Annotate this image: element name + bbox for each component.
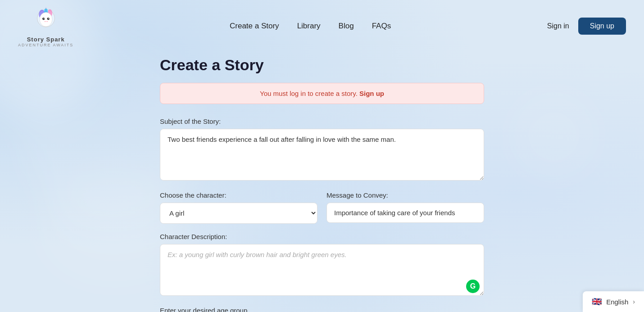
character-section: Choose the character: A girl A boy A chi… [160, 191, 317, 224]
logo-icon [30, 5, 62, 36]
nav-actions: Sign in Sign up [547, 18, 626, 35]
subject-textarea[interactable]: Two best friends experience a fall out a… [160, 129, 484, 181]
grammarly-icon: G [470, 282, 476, 290]
svg-point-5 [40, 13, 52, 27]
nav-faqs[interactable]: FAQs [372, 22, 391, 31]
subject-label: Subject of the Story: [160, 118, 484, 125]
age-group-section: Enter your desired age group. [160, 307, 484, 312]
character-select[interactable]: A girl A boy A child An adult [160, 203, 317, 224]
svg-point-11 [46, 21, 48, 22]
subject-section: Subject of the Story: Two best friends e… [160, 118, 484, 191]
language-bar[interactable]: 🇬🇧 English › [583, 291, 644, 312]
nav-library[interactable]: Library [297, 22, 321, 31]
svg-point-7 [47, 18, 49, 20]
logo[interactable]: Story Spark ADVENTURE AWAITS [18, 5, 73, 47]
character-label: Choose the character: [160, 191, 317, 199]
alert-text: You must log in to create a story. [260, 90, 358, 97]
nav-links: Create a Story Library Blog FAQs [230, 22, 391, 31]
char-desc-textarea[interactable] [160, 244, 484, 296]
char-desc-section: Character Description: G [160, 233, 484, 298]
age-group-label: Enter your desired age group. [160, 307, 249, 312]
message-section: Message to Convey: [327, 191, 484, 224]
brand-name: Story Spark [27, 36, 65, 43]
character-message-row: Choose the character: A girl A boy A chi… [160, 191, 484, 224]
char-desc-label: Character Description: [160, 233, 484, 240]
message-label: Message to Convey: [327, 191, 484, 199]
sign-up-button[interactable]: Sign up [578, 18, 626, 35]
navbar: Story Spark ADVENTURE AWAITS Create a St… [0, 0, 644, 52]
nav-create-story[interactable]: Create a Story [230, 22, 279, 31]
svg-point-8 [43, 18, 44, 19]
main-content: Create a Story You must log in to create… [151, 52, 493, 312]
chevron-right-icon: › [633, 298, 635, 305]
flag-icon: 🇬🇧 [592, 297, 602, 307]
grammarly-button[interactable]: G [466, 280, 480, 293]
page-title: Create a Story [160, 56, 484, 74]
message-input[interactable] [327, 203, 484, 223]
sign-in-button[interactable]: Sign in [547, 22, 569, 30]
svg-point-6 [42, 18, 45, 20]
svg-point-9 [48, 18, 49, 19]
brand-tagline: ADVENTURE AWAITS [18, 43, 73, 47]
alert-signup-link[interactable]: Sign up [359, 90, 384, 97]
nav-blog[interactable]: Blog [339, 22, 354, 31]
language-label: English [606, 298, 628, 306]
char-desc-container: G [160, 244, 484, 298]
svg-point-10 [44, 21, 46, 22]
alert-banner: You must log in to create a story. Sign … [160, 83, 484, 104]
